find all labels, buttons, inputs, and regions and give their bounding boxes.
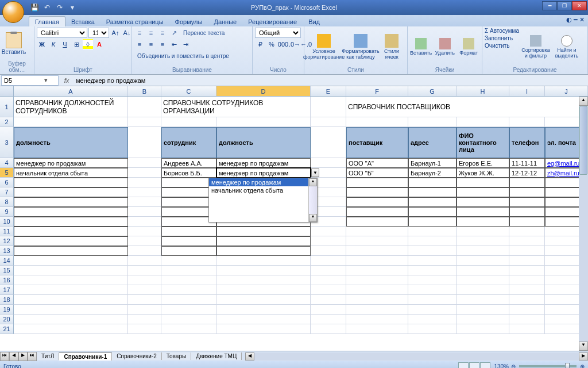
merge-center-button[interactable]: Объединить и поместить в центре [134,51,232,61]
cell[interactable] [14,305,128,315]
scroll-right-button[interactable]: ▶ [579,352,588,361]
insert-cells-button[interactable]: Вставить [410,28,432,66]
cell[interactable] [346,305,408,315]
cell[interactable] [509,305,545,315]
cell-i5[interactable]: 12-12-12 [509,168,545,178]
align-center-icon[interactable]: ≡ [146,39,156,49]
cell-d4[interactable]: менеджер по продажам [216,158,311,168]
align-right-icon[interactable]: ≡ [157,39,168,49]
cell[interactable] [408,324,457,334]
name-box-dropdown-icon[interactable]: ▾ [42,76,50,84]
qa-redo-icon[interactable]: ↷ [54,2,65,13]
cell-i4[interactable]: 11-11-11 [509,158,545,168]
row-header-3[interactable]: 3 [0,127,14,158]
cell[interactable] [14,217,128,227]
cell[interactable] [408,217,457,227]
cell[interactable] [128,197,161,207]
cell[interactable] [346,256,408,266]
cell[interactable] [509,197,545,207]
ribbon-tab-home[interactable]: Главная [29,16,65,26]
header-adres[interactable]: адрес [408,127,457,158]
cell[interactable] [311,246,346,256]
vertical-scrollbar[interactable]: ▲ ▼ [579,97,588,351]
row-header-21[interactable]: 21 [0,324,14,334]
cell[interactable] [216,236,311,246]
dropdown-option-2[interactable]: начальник отдела сбыта [209,186,317,194]
cell[interactable] [408,227,457,236]
cell[interactable] [346,315,408,324]
autosum-button[interactable]: Σ Автосумма [485,28,519,34]
cell[interactable] [128,246,161,256]
minimize-button[interactable]: ━ [542,1,557,10]
cell[interactable] [14,285,128,295]
cell[interactable] [457,285,509,295]
sheet-nav-first[interactable]: ⏮ [0,352,9,361]
cell[interactable] [161,275,216,285]
col-header-G[interactable]: G [408,86,457,96]
row-header-13[interactable]: 13 [0,246,14,256]
header-dolzhnost-2[interactable]: должность [216,127,311,158]
cell[interactable] [408,187,457,197]
row-header-7[interactable]: 7 [0,187,14,197]
name-box-input[interactable] [2,77,42,84]
view-pagebreak-button[interactable] [480,362,490,368]
grow-font-icon[interactable]: A↑ [110,28,121,38]
indent-inc-icon[interactable]: ⇥ [180,39,191,49]
sheet-tab-0[interactable]: ТитЛ [37,352,59,360]
cell[interactable] [311,275,346,285]
cell[interactable] [509,178,545,187]
sheet-nav-prev[interactable]: ◀ [9,352,18,361]
cell[interactable] [509,266,545,275]
cell[interactable] [161,246,216,256]
cell[interactable] [457,227,509,236]
shrink-font-icon[interactable]: A↓ [122,28,132,38]
fill-button[interactable]: Заполнить [485,35,519,41]
scroll-up-icon[interactable]: ▲ [309,178,317,186]
conditional-format-button[interactable]: Условное форматирование [307,28,341,66]
cell-a4[interactable]: менеджер по продажам [14,158,128,168]
row-header-19[interactable]: 19 [0,305,14,315]
cell[interactable] [14,266,128,275]
formula-input[interactable] [72,76,588,85]
qa-save-icon[interactable]: 💾 [29,2,40,13]
cell-g5[interactable]: Барнаул-2 [408,168,457,178]
cell[interactable] [509,285,545,295]
font-size-select[interactable]: 11 [88,28,109,38]
cell[interactable] [128,168,161,178]
bold-button[interactable]: Ж [37,39,47,49]
cell[interactable] [161,324,216,334]
office-button[interactable] [2,1,24,23]
cell[interactable] [128,187,161,197]
cell[interactable] [408,295,457,305]
cell[interactable] [311,324,346,334]
horizontal-scrollbar[interactable]: ◀ ▶ [245,352,588,361]
inc-decimal-icon[interactable]: .0→ [289,39,300,49]
cell[interactable] [408,285,457,295]
cell[interactable] [14,315,128,324]
cell-title-2[interactable]: СПРАВОЧНИК СОТРУДНИКОВ ОРГАНИЗАЦИИ [161,97,311,117]
underline-button[interactable]: Ч [60,39,70,49]
cell[interactable] [346,246,408,256]
format-as-table-button[interactable]: Форматировать как таблицу [343,28,378,66]
cell[interactable] [216,285,311,295]
cell[interactable] [509,324,545,334]
cell[interactable] [14,295,128,305]
cell[interactable] [128,97,161,117]
cell[interactable] [128,127,161,158]
cell[interactable] [128,305,161,315]
cell[interactable] [311,315,346,324]
row-header-20[interactable]: 20 [0,315,14,324]
row-header-8[interactable]: 8 [0,197,14,207]
header-fio[interactable]: ФИО контактного лица [457,127,509,158]
cell[interactable] [457,324,509,334]
cell[interactable] [128,275,161,285]
header-dolzhnost-1[interactable]: должность [14,127,128,158]
cell[interactable] [311,158,346,168]
cell[interactable] [509,236,545,246]
name-box[interactable]: ▾ [1,75,59,86]
cell[interactable] [346,207,408,217]
comma-icon[interactable]: 000 [278,39,288,49]
align-bottom-icon[interactable]: ≡ [157,28,168,38]
close-button[interactable]: ✕ [572,1,587,10]
format-cells-button[interactable]: Формат [458,28,479,66]
